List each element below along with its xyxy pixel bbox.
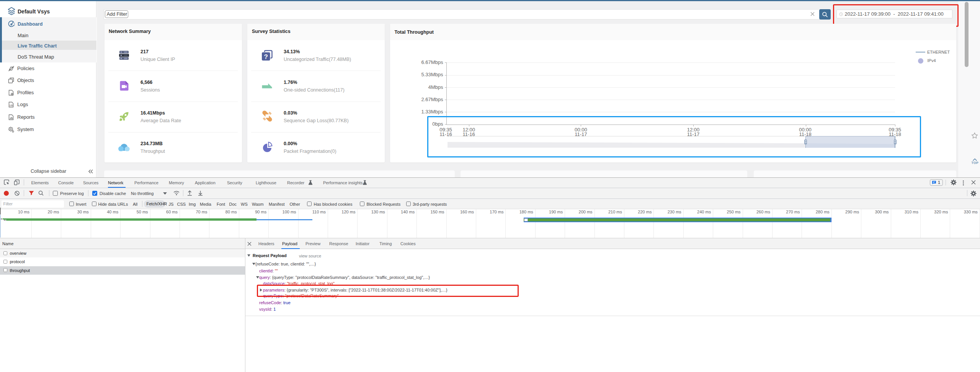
svg-text:?: ? bbox=[264, 53, 268, 60]
svg-text:LOG: LOG bbox=[10, 104, 13, 106]
